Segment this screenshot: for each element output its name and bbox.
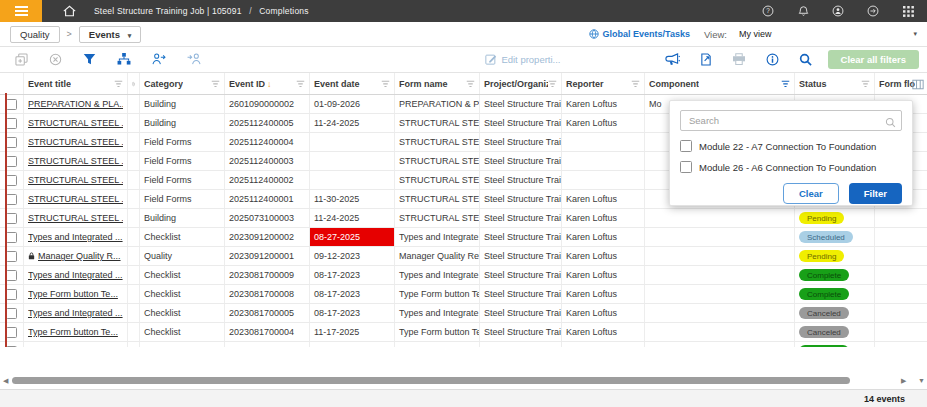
cell-event-date: 11-24-2025: [310, 114, 395, 132]
view-select[interactable]: My view ▾: [739, 29, 917, 39]
tab-quality[interactable]: Quality: [10, 26, 60, 43]
row-checkbox[interactable]: [6, 327, 17, 338]
column-filter-icon[interactable]: [631, 80, 640, 88]
event-title-link[interactable]: Type Form button Te...: [28, 289, 118, 299]
help-icon[interactable]: ?: [757, 0, 779, 22]
column-filter-icon[interactable]: [381, 80, 390, 88]
info-icon[interactable]: [766, 53, 779, 66]
cell-attachment: [128, 209, 140, 227]
row-checkbox[interactable]: [6, 99, 17, 110]
column-header-category[interactable]: Category: [140, 73, 225, 94]
column-filter-icon[interactable]: [114, 80, 123, 88]
event-title-link[interactable]: Quality review - Dyna...: [28, 346, 121, 347]
row-checkbox[interactable]: [6, 118, 17, 129]
filter-option[interactable]: Module 26 - A6 Connection To Foundation: [680, 161, 902, 173]
hamburger-menu-icon[interactable]: [0, 0, 42, 22]
edit-properties-button[interactable]: Edit properti...: [485, 53, 560, 65]
column-header-reporter[interactable]: Reporter: [562, 73, 645, 94]
row-checkbox[interactable]: [6, 289, 17, 300]
assign-user-out-icon[interactable]: [152, 53, 166, 65]
hierarchy-view-icon[interactable]: [117, 53, 131, 65]
scrollbar-thumb[interactable]: [12, 377, 850, 384]
event-title-link[interactable]: STRUCTURAL STEEL ...: [28, 137, 123, 147]
scroll-right-icon[interactable]: ▶: [901, 377, 906, 385]
row-checkbox[interactable]: [6, 251, 17, 262]
event-title-link[interactable]: STRUCTURAL STEEL ...: [28, 213, 123, 223]
column-header-status[interactable]: Status: [795, 73, 875, 94]
row-checkbox[interactable]: [6, 270, 17, 281]
row-checkbox[interactable]: [6, 213, 17, 224]
column-header-project[interactable]: Project/Organizatio: [480, 73, 562, 94]
column-header-attachment[interactable]: [128, 73, 140, 94]
cancel-event-icon[interactable]: [49, 53, 62, 66]
column-filter-icon[interactable]: [548, 80, 557, 88]
row-checkbox[interactable]: [6, 137, 17, 148]
column-picker-icon[interactable]: [912, 76, 924, 94]
filter-option[interactable]: Module 22 - A7 Connection To Foundation: [680, 140, 902, 152]
filter-option-checkbox[interactable]: [680, 140, 692, 152]
announce-icon[interactable]: [665, 53, 680, 66]
event-title-link[interactable]: Types and Integrated ...: [28, 232, 123, 242]
cell-reporter: Karen Loftus: [562, 247, 645, 265]
scroll-left-icon[interactable]: ◀: [3, 377, 8, 385]
event-title-link[interactable]: Manager Quality R...: [38, 251, 121, 261]
column-header-label: Event title: [28, 79, 71, 89]
row-checkbox[interactable]: [6, 346, 17, 348]
cell-event-id: 2025112400002: [225, 171, 310, 189]
event-title-link[interactable]: Types and Integrated ...: [28, 308, 123, 318]
column-header-component[interactable]: Component: [645, 73, 795, 94]
notifications-bell-icon[interactable]: [792, 0, 814, 22]
row-checkbox[interactable]: [6, 175, 17, 186]
cell-attachment: [128, 342, 140, 347]
user-account-icon[interactable]: [827, 0, 849, 22]
export-document-icon[interactable]: [700, 53, 712, 66]
cell-attachment: [128, 171, 140, 189]
status-badge: Pending: [799, 250, 844, 262]
cell-category: Field Forms: [140, 133, 225, 151]
print-icon[interactable]: [732, 53, 746, 65]
filter-search-input[interactable]: [680, 110, 902, 131]
cell-form-name: Type Form button Te...: [395, 323, 480, 341]
row-checkbox[interactable]: [6, 156, 17, 167]
event-title-link[interactable]: STRUCTURAL STEEL ...: [28, 118, 123, 128]
event-title-link[interactable]: PREPARATION & PLA...: [28, 99, 123, 109]
global-events-tasks-link[interactable]: Global Events/Tasks: [603, 29, 690, 39]
sign-out-icon[interactable]: [862, 0, 884, 22]
cell-project: Steel Structure Traini...: [480, 285, 562, 303]
apps-grid-icon[interactable]: [897, 0, 919, 22]
column-filter-icon[interactable]: [296, 80, 305, 88]
scroll-down-icon[interactable]: ▼: [918, 377, 925, 384]
home-icon[interactable]: [58, 0, 80, 22]
search-icon[interactable]: [799, 53, 812, 66]
clear-button[interactable]: Clear: [783, 183, 839, 204]
column-header-event_id[interactable]: Event ID↓: [225, 73, 310, 94]
copy-events-icon[interactable]: [15, 53, 28, 66]
event-title-link[interactable]: Type Form button Te...: [28, 327, 118, 337]
column-filter-icon[interactable]: [781, 80, 790, 88]
row-checkbox[interactable]: [6, 194, 17, 205]
sort-desc-icon[interactable]: ↓: [267, 79, 272, 89]
breadcrumb-project[interactable]: Steel Structure Training Job | 105091: [94, 6, 242, 16]
filter-option-checkbox[interactable]: [680, 161, 692, 173]
cell-event-id: 2023081700008: [225, 285, 310, 303]
cell-select: [0, 304, 24, 322]
event-title-link[interactable]: Types and Integrated ...: [28, 270, 123, 280]
event-title-link[interactable]: STRUCTURAL STEEL ...: [28, 194, 123, 204]
column-header-event_date[interactable]: Event date: [310, 73, 395, 94]
assign-user-in-icon[interactable]: [187, 53, 201, 65]
filter-button[interactable]: Filter: [849, 183, 902, 204]
row-checkbox[interactable]: [6, 232, 17, 243]
column-filter-icon[interactable]: [861, 80, 870, 88]
event-title-link[interactable]: STRUCTURAL STEEL ...: [28, 156, 123, 166]
column-header-form_name[interactable]: Form name: [395, 73, 480, 94]
column-header-title[interactable]: Event title: [24, 73, 128, 94]
column-header-label: Event ID: [229, 79, 265, 89]
filter-funnel-icon[interactable]: [83, 53, 96, 65]
cell-category: Field Forms: [140, 152, 225, 170]
clear-all-filters-button[interactable]: Clear all filters: [828, 50, 919, 69]
column-filter-icon[interactable]: [211, 80, 220, 88]
tab-events[interactable]: Events ▾: [79, 26, 141, 43]
column-filter-icon[interactable]: [466, 80, 475, 88]
event-title-link[interactable]: STRUCTURAL STEEL ...: [28, 175, 123, 185]
row-checkbox[interactable]: [6, 308, 17, 319]
